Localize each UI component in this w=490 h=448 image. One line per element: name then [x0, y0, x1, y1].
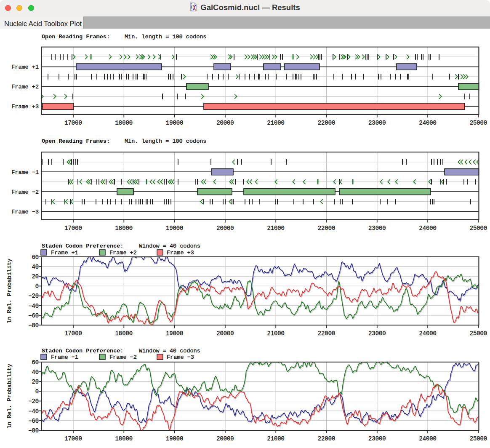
svg-text:22000: 22000: [318, 225, 335, 232]
svg-text:40: 40: [32, 369, 39, 376]
svg-text:19000: 19000: [166, 225, 183, 232]
svg-text:23000: 23000: [368, 225, 386, 232]
svg-text:Frame −1: Frame −1: [51, 354, 78, 360]
svg-text:23000: 23000: [368, 120, 386, 126]
svg-text:60: 60: [32, 254, 39, 261]
svg-text:20: 20: [32, 274, 39, 280]
svg-text:−60: −60: [28, 418, 39, 424]
svg-text:−40: −40: [28, 408, 39, 415]
svg-text:20000: 20000: [216, 120, 234, 126]
svg-text:60: 60: [32, 360, 39, 366]
svg-text:Staden Codon Preference:: Staden Codon Preference:: [42, 243, 123, 249]
svg-text:19000: 19000: [166, 120, 183, 126]
svg-text:18000: 18000: [115, 331, 133, 337]
svg-text:Window = 40 codons: Window = 40 codons: [139, 243, 200, 249]
svg-text:20000: 20000: [216, 225, 234, 232]
svg-text:−80: −80: [28, 428, 39, 434]
svg-text:Frame +2: Frame +2: [109, 250, 137, 256]
svg-text:22000: 22000: [318, 436, 335, 442]
svg-text:22000: 22000: [318, 331, 335, 337]
svg-text:Window = 40 codons: Window = 40 codons: [139, 348, 200, 354]
svg-text:24000: 24000: [419, 331, 436, 337]
svg-text:21000: 21000: [267, 436, 284, 442]
svg-text:19000: 19000: [166, 331, 183, 337]
svg-text:Frame −2: Frame −2: [11, 189, 39, 195]
svg-text:21000: 21000: [267, 331, 284, 337]
svg-text:Frame +1: Frame +1: [51, 250, 78, 256]
svg-text:24000: 24000: [419, 120, 436, 126]
svg-text:Open Reading Frames:: Open Reading Frames:: [42, 34, 110, 40]
svg-text:ln Rel. Probability: ln Rel. Probability: [6, 259, 13, 323]
svg-text:17000: 17000: [64, 436, 82, 442]
svg-text:−60: −60: [28, 313, 39, 319]
svg-text:−20: −20: [28, 293, 39, 299]
svg-text:23000: 23000: [368, 331, 386, 337]
svg-text:24000: 24000: [419, 225, 436, 232]
svg-text:−20: −20: [28, 398, 39, 405]
svg-text:23000: 23000: [368, 436, 386, 442]
svg-text:Frame +3: Frame +3: [11, 104, 39, 110]
svg-text:−80: −80: [28, 323, 39, 329]
svg-text:40: 40: [32, 264, 39, 270]
svg-text:24000: 24000: [419, 436, 436, 442]
svg-text:21000: 21000: [267, 225, 284, 232]
svg-text:0: 0: [35, 283, 39, 290]
svg-text:Frame −3: Frame −3: [11, 209, 39, 215]
svg-text:17000: 17000: [64, 120, 82, 126]
svg-text:17000: 17000: [64, 331, 82, 337]
svg-text:25000: 25000: [470, 436, 487, 442]
svg-text:Frame +3: Frame +3: [167, 250, 194, 256]
svg-text:25000: 25000: [470, 331, 487, 337]
svg-text:Staden Codon Preference:: Staden Codon Preference:: [42, 348, 123, 354]
svg-text:19000: 19000: [166, 436, 183, 442]
svg-text:20000: 20000: [216, 436, 234, 442]
svg-text:Frame −3: Frame −3: [167, 354, 194, 360]
svg-text:0: 0: [35, 389, 39, 395]
svg-text:20: 20: [32, 379, 39, 385]
svg-text:18000: 18000: [115, 225, 133, 232]
svg-text:20000: 20000: [216, 331, 234, 337]
svg-text:ln Rel. Probability: ln Rel. Probability: [6, 364, 13, 429]
svg-text:17000: 17000: [64, 225, 82, 232]
svg-text:21000: 21000: [267, 120, 284, 126]
svg-text:18000: 18000: [115, 436, 133, 442]
svg-text:Frame −2: Frame −2: [109, 354, 137, 360]
svg-text:Open Reading Frames:: Open Reading Frames:: [42, 138, 110, 144]
svg-text:25000: 25000: [470, 120, 487, 126]
svg-text:25000: 25000: [470, 225, 487, 232]
svg-text:22000: 22000: [318, 120, 335, 126]
svg-text:Frame +1: Frame +1: [11, 64, 39, 70]
svg-text:18000: 18000: [115, 120, 133, 126]
svg-text:−40: −40: [28, 303, 39, 309]
svg-text:Frame −1: Frame −1: [11, 169, 39, 176]
svg-text:Min. length = 100 codons: Min. length = 100 codons: [125, 138, 206, 144]
svg-text:Frame +2: Frame +2: [11, 84, 39, 90]
svg-text:Min. length = 100 codons: Min. length = 100 codons: [125, 34, 206, 40]
